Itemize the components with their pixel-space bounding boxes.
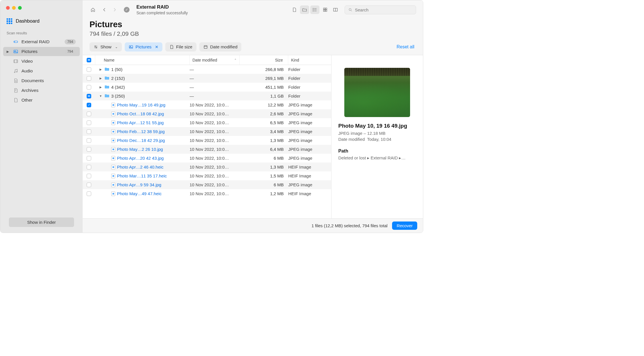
row-checkbox[interactable] xyxy=(87,94,91,98)
search-icon xyxy=(348,8,353,12)
chevron-right-icon[interactable]: ▶ xyxy=(99,77,103,80)
minimize-window-icon[interactable] xyxy=(12,6,16,10)
image-file-icon: ▦ xyxy=(111,183,115,187)
file-kind: HEIF Image xyxy=(288,191,331,196)
table-row[interactable]: ✓▦Photo May…19 16 49.jpg10 Nov 2022, 10:… xyxy=(83,100,331,109)
row-checkbox[interactable]: ✓ xyxy=(87,103,91,107)
recover-button[interactable]: Recover xyxy=(392,221,417,230)
chevron-down-icon[interactable]: ▼ xyxy=(99,94,103,98)
file-name: Photo Feb…12 38 59.jpg xyxy=(117,129,165,134)
table-row[interactable]: ▦Photo May…2 26 10.jpg10 Nov 2022, 10:0…… xyxy=(83,145,331,154)
table-row[interactable]: ▦Photo Oct…18 08 42.jpg10 Nov 2022, 10:0… xyxy=(83,109,331,118)
file-date: 10 Nov 2022, 10:0… xyxy=(190,120,240,125)
nav-back-button[interactable] xyxy=(100,5,109,14)
maximize-window-icon[interactable] xyxy=(18,6,22,10)
row-checkbox[interactable] xyxy=(87,67,91,72)
svg-point-24 xyxy=(349,8,351,11)
table-row[interactable]: ▦Photo Feb…12 38 59.jpg10 Nov 2022, 10:0… xyxy=(83,127,331,136)
view-document-icon[interactable] xyxy=(290,5,299,14)
picture-icon xyxy=(13,49,19,54)
select-all-checkbox[interactable] xyxy=(83,55,95,65)
image-file-icon: ▦ xyxy=(111,112,115,116)
sidebar-item-external-raid[interactable]: External RAID 794 xyxy=(3,37,80,46)
file-name: Photo Mar…11 35 17.heic xyxy=(117,173,167,178)
chevron-right-icon[interactable]: ▶ xyxy=(7,50,10,54)
row-checkbox[interactable] xyxy=(87,85,91,90)
sidebar-item-pictures[interactable]: ▶ Pictures 794 xyxy=(3,47,80,56)
chevron-right-icon[interactable]: ▶ xyxy=(99,68,103,71)
sidebar-item-label: Other xyxy=(21,98,33,103)
chevron-right-icon[interactable]: ▶ xyxy=(99,86,103,89)
page-header: Pictures 794 files / 2,09 GB xyxy=(83,19,423,42)
file-size: 3,4 MB xyxy=(240,129,288,134)
home-button[interactable] xyxy=(88,5,98,14)
file-size: 451,1 MB xyxy=(240,85,288,90)
show-filter-button[interactable]: Show ⌄ xyxy=(90,42,122,52)
table-row[interactable]: ▶4 (342)—451,1 MBFolder xyxy=(83,83,331,92)
row-checkbox[interactable] xyxy=(87,147,91,152)
view-grid-icon[interactable] xyxy=(321,5,330,14)
image-file-icon: ▦ xyxy=(111,147,115,152)
sidebar-item-archives[interactable]: Archives xyxy=(3,86,80,95)
sidebar-item-dashboard[interactable]: Dashboard xyxy=(0,15,83,29)
row-checkbox[interactable] xyxy=(87,183,91,187)
table-row[interactable]: ▦Photo Apr…2 46 40.heic10 Nov 2022, 10:0… xyxy=(83,163,331,171)
table-row[interactable]: ▦Photo Apr…12 51 55.jpg10 Nov 2022, 10:0… xyxy=(83,118,331,127)
sidebar-item-video[interactable]: Video xyxy=(3,57,80,66)
table-row[interactable]: ▶2 (152)—269,1 MBFolder xyxy=(83,74,331,83)
file-date: 10 Nov 2022, 10:0… xyxy=(190,111,240,116)
sidebar-item-label: Archives xyxy=(21,88,38,93)
svg-rect-32 xyxy=(204,46,207,48)
sidebar-item-audio[interactable]: Audio xyxy=(3,66,80,76)
datemodified-filter-button[interactable]: Date modified xyxy=(199,42,242,52)
table-row[interactable]: ▦Photo Dec…18 42 29.jpg10 Nov 2022, 10:0… xyxy=(83,136,331,145)
svg-point-7 xyxy=(14,72,15,73)
search-field[interactable] xyxy=(345,5,416,14)
search-input[interactable] xyxy=(355,7,412,12)
filesize-filter-button[interactable]: File size xyxy=(165,42,196,52)
calendar-icon xyxy=(203,45,208,49)
pictures-filter-chip[interactable]: Pictures ✕ xyxy=(125,42,162,52)
sidebar-item-documents[interactable]: Documents xyxy=(3,76,80,85)
svg-rect-4 xyxy=(14,60,18,63)
count-badge: 794 xyxy=(65,39,76,44)
column-date-modified[interactable]: Date modified⌃ xyxy=(190,55,240,65)
table-row[interactable]: ▼3 (250)—1,1 GBFolder xyxy=(83,92,331,100)
row-checkbox[interactable] xyxy=(87,120,91,125)
column-kind[interactable]: Kind xyxy=(288,55,331,65)
table-row[interactable]: ▦Photo May…49 47.heic10 Nov 2022, 10:0…1… xyxy=(83,189,331,198)
reset-all-link[interactable]: Reset all xyxy=(397,44,414,50)
location-title: External RAID xyxy=(136,4,188,10)
view-folder-icon[interactable] xyxy=(300,5,309,14)
row-checkbox[interactable] xyxy=(87,191,91,196)
row-checkbox[interactable] xyxy=(87,76,91,81)
remove-chip-icon[interactable]: ✕ xyxy=(155,45,158,49)
chip-label: Date modified xyxy=(210,44,238,50)
file-name: 1 (50) xyxy=(111,67,122,72)
show-in-finder-button[interactable]: Show in Finder xyxy=(9,217,74,227)
row-checkbox[interactable] xyxy=(87,138,91,143)
folder-icon xyxy=(104,66,110,72)
table-row[interactable]: ▦Photo Apr…20 42 43.jpg10 Nov 2022, 10:0… xyxy=(83,154,331,163)
page-subtitle: 794 files / 2,09 GB xyxy=(90,30,416,37)
close-window-icon[interactable] xyxy=(6,6,10,10)
view-list-icon[interactable] xyxy=(310,5,319,14)
column-size[interactable]: Size xyxy=(240,55,288,65)
column-name[interactable]: Name xyxy=(95,55,190,65)
table-row[interactable]: ▦Photo Mar…11 35 17.heic10 Nov 2022, 10:… xyxy=(83,171,331,180)
row-checkbox[interactable] xyxy=(87,129,91,134)
row-checkbox[interactable] xyxy=(87,174,91,178)
nav-forward-button[interactable] xyxy=(110,5,119,14)
row-checkbox[interactable] xyxy=(87,165,91,169)
table-row[interactable]: ▶1 (50)—266,8 MBFolder xyxy=(83,65,331,74)
file-size: 1,2 MB xyxy=(240,191,288,196)
image-file-icon: ▦ xyxy=(111,165,115,169)
row-checkbox[interactable] xyxy=(87,112,91,116)
svg-point-29 xyxy=(96,47,97,48)
row-checkbox[interactable] xyxy=(87,156,91,161)
file-name: 2 (152) xyxy=(111,76,125,81)
table-row[interactable]: ▦Photo Apr…9 59 34.jpg10 Nov 2022, 10:0…… xyxy=(83,180,331,189)
sidebar-item-other[interactable]: Other xyxy=(3,96,80,105)
view-columns-icon[interactable] xyxy=(331,5,340,14)
file-date: 10 Nov 2022, 10:0… xyxy=(190,102,240,107)
